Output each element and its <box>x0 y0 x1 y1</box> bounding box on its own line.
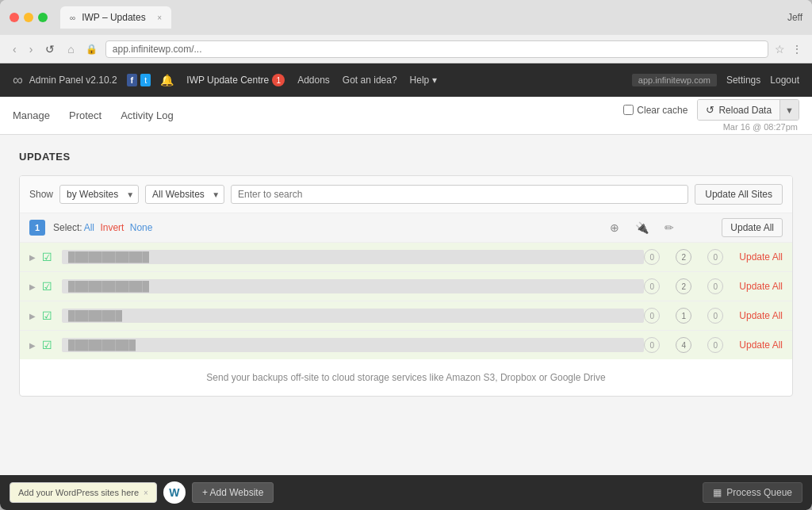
wordpress-col-icon: ⊕ <box>610 221 619 234</box>
manage-link[interactable]: Manage <box>13 98 50 132</box>
update-all-button[interactable]: Update All <box>722 218 783 237</box>
themes-count-badge: 0 <box>707 308 723 324</box>
count-badges: 0 1 0 <box>644 308 723 324</box>
back-button[interactable]: ‹ <box>10 41 20 57</box>
row-checkbox-icon[interactable]: ☑ <box>42 339 52 351</box>
wp-count-badge: 0 <box>644 249 660 265</box>
themes-count-badge: 0 <box>707 337 723 353</box>
reload-data-wrapper: ↺ Reload Data ▼ <box>697 99 799 121</box>
update-centre-button[interactable]: IWP Update Centre 1 <box>186 74 285 86</box>
row-checkbox-icon[interactable]: ☑ <box>42 251 52 263</box>
table-toolbar: Show by Websites ▼ All Websites ▼ <box>20 176 792 213</box>
themes-count-badge: 0 <box>707 278 723 294</box>
wp-count-badge: 0 <box>644 308 660 324</box>
select-links: Select: All Invert None <box>53 222 152 233</box>
process-queue-button[interactable]: ▦ Process Queue <box>703 482 802 503</box>
bell-icon[interactable]: 🔔 <box>160 74 174 86</box>
by-websites-dropdown[interactable]: by Websites <box>59 185 139 204</box>
logout-button[interactable]: Logout <box>770 75 799 86</box>
select-label: Select: <box>53 222 82 233</box>
address-bar[interactable] <box>105 40 768 58</box>
facebook-icon[interactable]: f <box>127 74 138 86</box>
row-update-all-link[interactable]: Update All <box>739 281 783 292</box>
themes-col-icon: ✏ <box>665 221 674 234</box>
sub-nav-right-block: Clear cache ↺ Reload Data ▼ Mar 16 @ 08:… <box>623 99 799 132</box>
row-checkbox-icon[interactable]: ☑ <box>42 309 52 322</box>
row-update-all-link[interactable]: Update All <box>739 339 783 351</box>
protect-link[interactable]: Protect <box>69 98 102 132</box>
navbar-center: 🔔 IWP Update Centre 1 Addons Got an idea… <box>160 74 622 86</box>
row-expand-icon[interactable]: ▶ <box>29 341 36 350</box>
twitter-icon[interactable]: t <box>140 74 151 86</box>
clear-cache-label: Clear cache <box>637 105 688 116</box>
select-all-link[interactable]: All <box>84 222 94 233</box>
row-checkbox-icon[interactable]: ☑ <box>42 280 52 293</box>
row-expand-icon[interactable]: ▶ <box>29 312 36 320</box>
search-input[interactable] <box>231 185 688 204</box>
got-idea-button[interactable]: Got an idea? <box>343 75 397 86</box>
site-name: ██████████ <box>62 338 644 352</box>
row-update-all-link[interactable]: Update All <box>739 310 783 321</box>
refresh-button[interactable]: ↺ <box>42 41 58 57</box>
main-content: UPDATES Show by Websites ▼ All Websites <box>0 135 812 475</box>
update-all-sites-button[interactable]: Update All Sites <box>695 184 783 205</box>
by-websites-dropdown-wrapper: by Websites ▼ <box>59 185 139 204</box>
select-count-badge: 1 <box>29 220 45 236</box>
home-button[interactable]: ⌂ <box>64 41 77 57</box>
settings-button[interactable]: Settings <box>726 75 760 86</box>
count-badges: 0 4 0 <box>644 337 723 353</box>
reload-data-label: Reload Data <box>718 105 772 116</box>
tab-favicon: ∞ <box>70 13 75 22</box>
wp-logo: W <box>163 481 186 504</box>
wp-count-badge: 0 <box>644 337 660 353</box>
activity-log-link[interactable]: Activity Log <box>121 98 173 132</box>
close-traffic-light[interactable] <box>10 13 19 22</box>
bookmark-icon[interactable]: ☆ <box>775 43 785 56</box>
maximize-traffic-light[interactable] <box>38 13 48 22</box>
row-expand-icon[interactable]: ▶ <box>29 282 36 291</box>
browser-titlebar: ∞ IWP – Updates × Jeff <box>0 0 812 35</box>
column-icons: ⊕ 🔌 ✏ <box>610 221 674 234</box>
reload-data-button[interactable]: ↺ Reload Data <box>698 100 779 120</box>
select-none-link[interactable]: None <box>130 222 153 233</box>
row-update-all-link[interactable]: Update All <box>739 251 783 263</box>
addons-button[interactable]: Addons <box>297 75 330 86</box>
browser-toolbar: ‹ › ↺ ⌂ 🔒 ☆ ⋮ <box>0 35 812 63</box>
site-url: app.infinitewp.com <box>632 74 717 86</box>
clear-cache-checkbox[interactable] <box>623 105 634 115</box>
wp-count-badge: 0 <box>644 278 660 294</box>
update-centre-label: IWP Update Centre <box>186 75 269 86</box>
table-row: ▶ ☑ ████████████ 0 2 0 Update All <box>20 272 792 301</box>
site-name: ████████████ <box>62 250 644 264</box>
tooltip-close-icon[interactable]: × <box>144 489 148 497</box>
select-invert-link[interactable]: Invert <box>100 222 124 233</box>
navbar-logo: ∞ Admin Panel v2.10.2 <box>13 72 117 89</box>
forward-button[interactable]: › <box>26 41 36 57</box>
minimize-traffic-light[interactable] <box>24 13 33 22</box>
tab-close-icon[interactable]: × <box>157 13 162 22</box>
sub-nav-links: Manage Protect Activity Log <box>13 98 174 132</box>
user-name: Jeff <box>787 12 802 23</box>
add-website-button[interactable]: + Add Website <box>192 482 274 503</box>
bottom-bar: Add your WordPress sites here × W + Add … <box>0 475 812 510</box>
process-queue-label: Process Queue <box>726 487 792 498</box>
tab-title: IWP – Updates <box>82 12 151 23</box>
site-name: ████████ <box>62 309 644 323</box>
reload-data-chevron[interactable]: ▼ <box>779 100 799 120</box>
browser-tab[interactable]: ∞ IWP – Updates × <box>60 6 171 29</box>
help-button[interactable]: Help ▾ <box>410 75 437 86</box>
logo-infinity-icon: ∞ <box>13 72 23 89</box>
row-expand-icon[interactable]: ▶ <box>29 253 36 262</box>
clear-cache-checkbox-label[interactable]: Clear cache <box>623 105 688 116</box>
all-websites-dropdown[interactable]: All Websites <box>145 185 224 204</box>
table-row: ▶ ☑ ████████████ 0 2 0 Update All <box>20 243 792 272</box>
table-row: ▶ ☑ ██████████ 0 4 0 Update All <box>20 331 792 359</box>
browser-window: ∞ IWP – Updates × Jeff ‹ › ↺ ⌂ 🔒 ☆ ⋮ ∞ A… <box>0 0 812 510</box>
tooltip-text: Add your WordPress sites here <box>18 488 139 497</box>
plugins-count-badge: 1 <box>676 308 691 324</box>
admin-panel-label: Admin Panel v2.10.2 <box>29 75 117 86</box>
show-label: Show <box>29 189 53 200</box>
timestamp: Mar 16 @ 08:27pm <box>723 122 798 132</box>
themes-count-badge: 0 <box>707 249 723 265</box>
menu-icon[interactable]: ⋮ <box>791 43 802 56</box>
